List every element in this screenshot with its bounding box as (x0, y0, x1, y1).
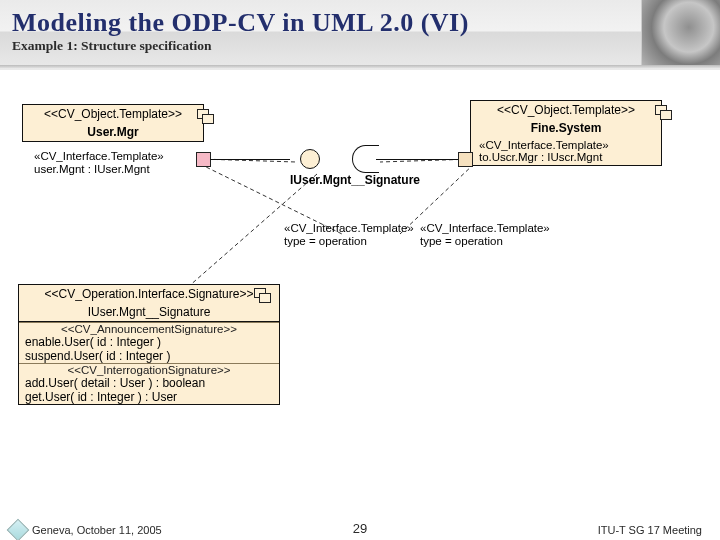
right-note-stereo: «CV_Interface.Template» (420, 222, 550, 235)
sig-ann1: <<CV_AnnouncementSignature>> (19, 322, 279, 335)
finesys-iface: to.Uscr.Mgr : IUscr.Mgnt (479, 151, 602, 163)
usermgr-iface-stereo: «CV_Interface.Template» (34, 150, 164, 163)
usermgr-port (196, 152, 211, 167)
sig-op4: get.User( id : Integer ) : User (19, 390, 279, 404)
sig-op3: add.User( detail : User ) : boolean (19, 376, 279, 390)
right-note-body: type = operation (420, 235, 550, 248)
lollipop-stick-left (210, 159, 290, 160)
slide-subtitle: Example 1: Structure specification (12, 38, 640, 54)
left-note-body: type = operation (284, 235, 414, 248)
finesys-port (458, 152, 473, 167)
finesys-iface-stereo: «CV_Interface.Template» (479, 139, 609, 151)
finesys-stereo: <<CV_Object.Template>> (471, 101, 661, 119)
lollipop-stick-right (376, 159, 458, 160)
diagram-canvas: <<CV_Object.Template>> User.Mgr «CV_Inte… (0, 74, 720, 514)
usermgr-name: User.Mgr (23, 123, 203, 141)
right-iface-note: «CV_Interface.Template» type = operation (420, 222, 550, 248)
sig-ann2: <<CV_InterrogationSignature>> (19, 363, 279, 376)
finesys-classifier: <<CV_Object.Template>> Fine.System «CV_I… (470, 100, 662, 166)
sig-op1: enable.User( id : Integer ) (19, 335, 279, 349)
usermgr-iface-label: «CV_Interface.Template» user.Mgnt : IUse… (34, 150, 164, 176)
usermgr-stereo: <<CV_Object.Template>> (23, 105, 203, 123)
lollipop-socket-icon (352, 145, 379, 173)
slide-footer: Geneva, October 11, 2005 29 ITU-T SG 17 … (0, 518, 720, 540)
sig-op2: suspend.User( id : Integer ) (19, 349, 279, 363)
left-note-stereo: «CV_Interface.Template» (284, 222, 414, 235)
sig-title-stereo: <<CV_Operation.Interface.Signature>> (19, 285, 279, 303)
sig-title-name: IUser.Mgnt__Signature (19, 303, 279, 321)
header-divider (0, 65, 720, 68)
corner-graphic (641, 0, 720, 68)
left-iface-note: «CV_Interface.Template» type = operation (284, 222, 414, 248)
lollipop-ball-icon (300, 149, 320, 169)
lollipop-label: IUser.Mgnt__Signature (290, 173, 420, 187)
finesys-name: Fine.System (471, 119, 661, 137)
slide-header: Modeling the ODP-CV in UML 2.0 (VI) Exam… (0, 0, 720, 68)
footer-right: ITU-T SG 17 Meeting (598, 524, 702, 536)
signature-classifier: <<CV_Operation.Interface.Signature>> IUs… (18, 284, 280, 405)
usermgr-classifier: <<CV_Object.Template>> User.Mgr (22, 104, 204, 142)
usermgr-iface: user.Mgnt : IUser.Mgnt (34, 163, 164, 176)
